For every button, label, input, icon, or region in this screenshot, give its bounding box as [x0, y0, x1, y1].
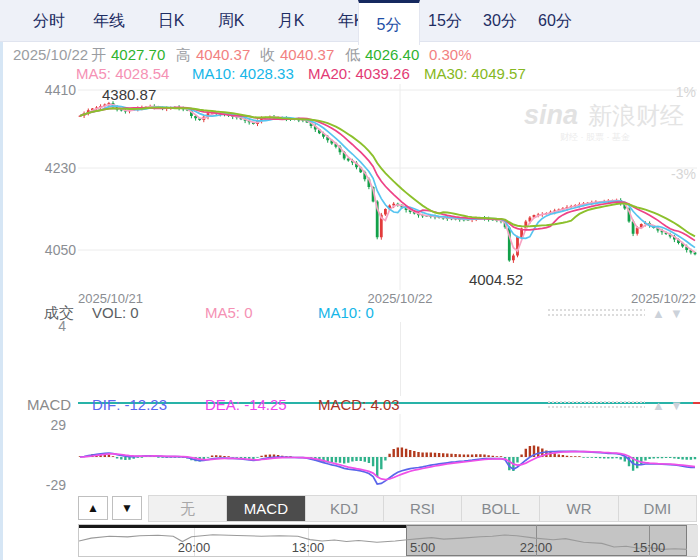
open-label: 开 [91, 46, 106, 65]
macd-y-tick-top: 29 [26, 417, 66, 433]
open-value: 4027.70 [111, 46, 165, 63]
tab-15min[interactable]: 15分 [428, 0, 462, 41]
high-annotation: 4380.87 [102, 86, 156, 103]
tab-30min[interactable]: 30分 [483, 0, 517, 41]
watermark-name: 新浪财经 [588, 102, 684, 129]
volume-collapse-down-icon[interactable]: ▼ [670, 307, 683, 321]
watermark: sina 新浪财经 财经 · 股票 · 基金 [524, 100, 684, 142]
tab-nianxian[interactable]: 年线 [93, 0, 125, 41]
vol-ma5-value: MA5: 0 [205, 304, 253, 321]
navigator-time-label: 22:00 [520, 540, 553, 555]
macd-pane-drag-handle[interactable] [548, 401, 645, 409]
macd-collapse-up-icon[interactable]: ▲ [652, 399, 665, 413]
vol-value: VOL: 0 [92, 304, 139, 321]
period-tabbar: 分时 年线 日K 周K 月K 年K 5分 15分 30分 60分 [0, 0, 700, 42]
indicator-tab-boll[interactable]: BOLL [462, 496, 540, 521]
vol-ma10-value: MA10: 0 [318, 304, 374, 321]
high-value: 4040.37 [196, 46, 250, 63]
close-label: 收 [260, 46, 275, 65]
macd-collapse-down-icon[interactable]: ▼ [670, 399, 683, 413]
navigator-time-label: 15:00 [633, 540, 666, 555]
change-percent: 0.30% [429, 46, 472, 63]
macd-value: MACD: 4.03 [318, 396, 400, 413]
indicator-tab-none[interactable]: 无 [149, 496, 227, 521]
dif-value: DIF: -12.23 [92, 396, 167, 413]
y-axis-tick: 4410 [45, 84, 76, 98]
ma10-value: MA10: 4028.33 [192, 65, 294, 82]
close-value: 4040.37 [280, 46, 334, 63]
navigator-top-bar [79, 525, 406, 528]
quote-date: 2025/10/22 [13, 46, 88, 63]
ma5-value: MA5: 4028.54 [76, 65, 169, 82]
ma30-value: MA30: 4049.57 [424, 65, 526, 82]
indicator-tab-dmi[interactable]: DMI [619, 496, 696, 521]
indicator-tab-rsi[interactable]: RSI [384, 496, 462, 521]
stock-chart-app: 分时 年线 日K 周K 月K 年K 5分 15分 30分 60分 2025/10… [0, 0, 700, 560]
indicator-scroll-down-button[interactable]: ▼ [112, 496, 142, 520]
dea-line [80, 452, 695, 480]
indicator-scroll-up-button[interactable]: ▲ [78, 496, 108, 520]
watermark-brand: sina [524, 100, 578, 130]
tab-5min[interactable]: 5分 [358, 0, 420, 45]
indicator-tab-wr[interactable]: WR [540, 496, 618, 521]
watermark-sub: 财经 · 股票 · 基金 [560, 132, 630, 142]
tab-fenshi[interactable]: 分时 [33, 0, 65, 41]
right-axis-tick: 1% [676, 84, 696, 100]
main-candlestick-chart[interactable]: 4410 4230 4050 1% -3% sina 新浪财经 财经 · 股票 … [0, 84, 700, 308]
ma20-value: MA20: 4039.26 [308, 65, 410, 82]
tab-monthly-k[interactable]: 月K [278, 0, 305, 41]
right-axis-tick: -3% [671, 166, 696, 182]
high-label: 高 [176, 46, 191, 65]
low-annotation: 4004.52 [469, 271, 523, 288]
volume-y-tick: 4 [26, 318, 66, 334]
y-axis-tick: 4050 [45, 242, 76, 258]
indicator-tabbar: 无 MACD KDJ RSI BOLL WR DMI [148, 495, 697, 522]
low-label: 低 [345, 46, 360, 65]
macd-y-tick-bottom: -29 [26, 477, 66, 493]
navigator-time-label: 5:00 [410, 540, 435, 555]
tab-60min[interactable]: 60分 [538, 0, 572, 41]
quote-row: 2025/10/22 开 4027.70 高 4040.37 收 4040.37… [0, 46, 700, 64]
tab-weekly-k[interactable]: 周K [218, 0, 245, 41]
navigator-time-label: 13:00 [292, 540, 325, 555]
navigator-time-label: 20:00 [178, 540, 211, 555]
y-axis-tick: 4230 [45, 160, 76, 176]
dea-value: DEA: -14.25 [205, 396, 287, 413]
navigator-right-stub [687, 525, 698, 556]
volume-pane-drag-handle[interactable] [548, 309, 645, 317]
volume-collapse-up-icon[interactable]: ▲ [652, 307, 665, 321]
macd-label: MACD [27, 396, 71, 413]
ma-row: MA5: 4028.54 MA10: 4028.33 MA20: 4039.26… [0, 65, 700, 83]
volume-gridline [400, 322, 401, 396]
indicator-tab-kdj[interactable]: KDJ [306, 496, 384, 521]
macd-chart[interactable] [78, 414, 697, 492]
tab-daily-k[interactable]: 日K [158, 0, 185, 41]
low-value: 4026.40 [365, 46, 419, 63]
chart-navigator[interactable]: 20:00 13:00 5:00 22:00 15:00 [78, 524, 697, 557]
indicator-tab-macd[interactable]: MACD [227, 496, 305, 521]
